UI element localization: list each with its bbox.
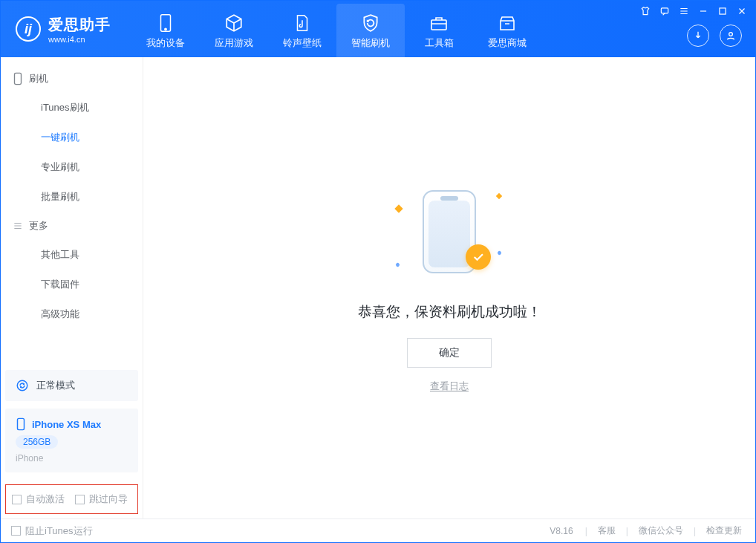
sidebar-group-flash: 刷机 [1, 65, 143, 93]
menu-icon[interactable] [678, 5, 690, 17]
app-window: ij 爱思助手 www.i4.cn 我的设备 应用游戏 铃声壁纸 智能刷机 [0, 0, 756, 543]
view-log-link[interactable]: 查看日志 [430, 380, 469, 393]
main-content: 恭喜您，保资料刷机成功啦！ 确定 查看日志 [143, 57, 755, 518]
device-capacity: 256GB [16, 435, 58, 449]
status-label: 正常模式 [36, 379, 75, 392]
checkbox-label: 跳过向导 [89, 492, 128, 506]
checkbox-label: 阻止iTunes运行 [25, 524, 93, 538]
options-highlight-box: 自动激活 跳过向导 [5, 484, 138, 514]
sidebar-item-oneclick-flash[interactable]: 一键刷机 [1, 123, 143, 152]
close-icon[interactable] [736, 5, 748, 17]
toolbox-icon [429, 13, 449, 33]
checkbox-icon [75, 495, 85, 504]
music-file-icon [293, 13, 311, 33]
nav-apps-games[interactable]: 应用游戏 [200, 4, 268, 57]
checkbox-block-itunes[interactable]: 阻止iTunes运行 [11, 524, 93, 538]
device-phone-icon [16, 417, 26, 431]
sidebar-item-other-tools[interactable]: 其他工具 [1, 240, 143, 270]
sidebar-group-label: 刷机 [29, 72, 48, 85]
device-type: iPhone [16, 453, 128, 464]
download-button[interactable] [687, 25, 709, 47]
sidebar-item-batch-flash[interactable]: 批量刷机 [1, 182, 143, 212]
svg-point-5 [729, 33, 733, 36]
device-card[interactable]: iPhone XS Max 256GB iPhone [5, 409, 138, 472]
nav-label: 我的设备 [146, 36, 185, 50]
separator: | [694, 526, 696, 536]
nav-label: 工具箱 [425, 36, 454, 50]
sidebar-group-label: 更多 [29, 219, 48, 233]
header-action-icons [687, 25, 742, 47]
sidebar-group-more: 更多 [1, 212, 143, 240]
logo-icon: ij [16, 16, 41, 42]
svg-point-3 [165, 28, 166, 30]
svg-rect-6 [15, 73, 22, 84]
svg-rect-0 [661, 8, 668, 13]
titlebar-controls [639, 5, 748, 17]
sidebar: 刷机 iTunes刷机 一键刷机 专业刷机 批量刷机 更多 其他工具 下载固件 … [1, 57, 143, 518]
footer-link-wechat[interactable]: 微信公众号 [636, 524, 686, 537]
svg-rect-8 [18, 418, 25, 429]
feedback-icon[interactable] [659, 5, 671, 17]
nav-label: 铃声壁纸 [283, 36, 322, 50]
ok-button[interactable]: 确定 [407, 338, 492, 368]
success-illustration [382, 183, 516, 280]
checkbox-icon [11, 526, 21, 536]
nav-label: 应用游戏 [215, 36, 253, 50]
phone-icon [158, 13, 173, 33]
checkbox-auto-activate[interactable]: 自动激活 [12, 492, 65, 506]
maximize-icon[interactable] [717, 5, 729, 17]
device-status[interactable]: 正常模式 [5, 370, 138, 401]
logo-text: 爱思助手 www.i4.cn [48, 15, 111, 44]
nav-store[interactable]: 爱思商城 [473, 4, 541, 57]
separator: | [626, 526, 628, 536]
checkbox-label: 自动激活 [26, 492, 65, 506]
sidebar-item-pro-flash[interactable]: 专业刷机 [1, 152, 143, 182]
app-name: 爱思助手 [48, 15, 111, 35]
cube-icon [224, 13, 244, 33]
footer-link-update[interactable]: 检查更新 [703, 524, 745, 537]
main-nav: 我的设备 应用游戏 铃声壁纸 智能刷机 工具箱 爱思商城 [131, 1, 541, 57]
header: ij 爱思助手 www.i4.cn 我的设备 应用游戏 铃声壁纸 智能刷机 [1, 1, 755, 57]
refresh-shield-icon [361, 13, 380, 33]
sidebar-scroll: 刷机 iTunes刷机 一键刷机 专业刷机 批量刷机 更多 其他工具 下载固件 … [1, 57, 143, 362]
body-area: 刷机 iTunes刷机 一键刷机 专业刷机 批量刷机 更多 其他工具 下载固件 … [1, 57, 755, 518]
dot-icon [497, 250, 502, 255]
sidebar-item-itunes-flash[interactable]: iTunes刷机 [1, 93, 143, 123]
sparkle-icon [496, 192, 502, 198]
svg-rect-1 [720, 8, 726, 14]
nav-ringtones[interactable]: 铃声壁纸 [268, 4, 336, 57]
nav-label: 智能刷机 [351, 36, 390, 50]
tshirt-icon[interactable] [639, 5, 651, 17]
success-message: 恭喜您，保资料刷机成功啦！ [358, 302, 541, 322]
nav-label: 爱思商城 [488, 36, 527, 50]
svg-point-7 [17, 380, 27, 391]
sparkle-icon [394, 204, 403, 212]
nav-my-device[interactable]: 我的设备 [131, 4, 200, 57]
version-label: V8.16 [550, 526, 573, 536]
phone-outline-icon [13, 72, 23, 85]
checkbox-icon [12, 495, 22, 504]
user-button[interactable] [720, 25, 742, 47]
sync-icon [16, 379, 29, 392]
check-badge-icon [466, 244, 491, 270]
svg-rect-4 [431, 20, 446, 30]
nav-toolbox[interactable]: 工具箱 [405, 4, 473, 57]
app-url: www.i4.cn [48, 35, 111, 44]
footer: 阻止iTunes运行 V8.16 | 客服 | 微信公众号 | 检查更新 [1, 518, 755, 542]
footer-link-support[interactable]: 客服 [595, 524, 619, 537]
nav-smart-flash[interactable]: 智能刷机 [336, 4, 405, 57]
sidebar-item-download-fw[interactable]: 下载固件 [1, 270, 143, 299]
device-name: iPhone XS Max [32, 419, 101, 430]
sidebar-item-advanced[interactable]: 高级功能 [1, 299, 143, 329]
separator: | [585, 526, 587, 536]
store-icon [498, 13, 517, 33]
checkbox-skip-guide[interactable]: 跳过向导 [75, 492, 128, 506]
list-icon [13, 221, 23, 231]
logo-block: ij 爱思助手 www.i4.cn [1, 1, 131, 57]
minimize-icon[interactable] [697, 5, 709, 17]
dot-icon [395, 261, 400, 267]
